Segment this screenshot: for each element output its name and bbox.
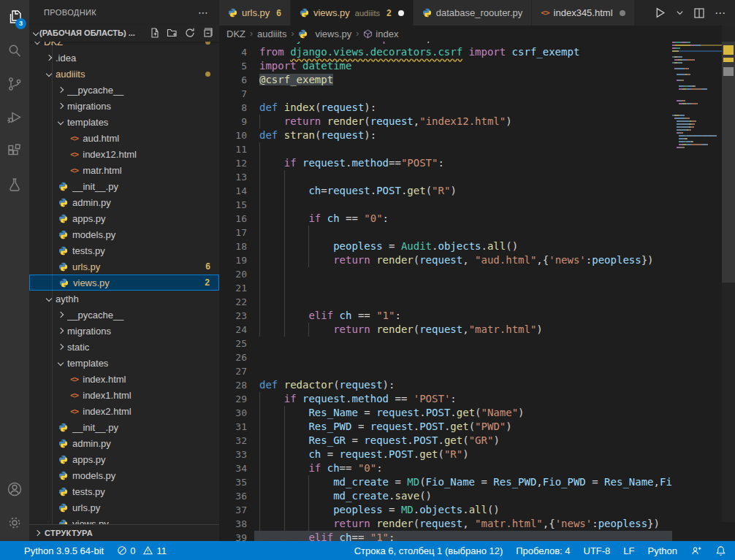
tree-item-templates[interactable]: templates (29, 114, 219, 130)
code-line-39[interactable]: 39 elif ch== "1": (219, 531, 672, 541)
tree-item-dkz[interactable]: DKZ (29, 42, 219, 50)
code-line-8[interactable]: 8def index(request): (219, 101, 672, 115)
code-line-30[interactable]: 30 Res_Name = request.POST.get("Name") (219, 406, 672, 420)
tree-item-index-html[interactable]: <>index.html (29, 371, 219, 387)
tree-item-static[interactable]: static (29, 339, 219, 355)
code-line-22[interactable]: 22 (219, 295, 672, 309)
tree-item-aythh[interactable]: aythh (29, 291, 219, 307)
code-line-33[interactable]: 33 ch = request.POST.get("R") (219, 448, 672, 461)
code-line-11[interactable]: 11 (219, 142, 672, 156)
tree-item-urls-py[interactable]: urls.py6 (29, 258, 219, 275)
code-line-24[interactable]: 24 return render(request,"matr.html") (219, 323, 672, 337)
code-line-29[interactable]: 29 if request.method == 'POST': (219, 392, 672, 406)
tree-item--idea[interactable]: .idea (29, 50, 219, 66)
code-line-17[interactable]: 17 (219, 226, 672, 239)
breadcrumb-item[interactable]: views.py (298, 28, 351, 39)
source-control-icon[interactable] (0, 67, 29, 101)
testing-icon[interactable] (0, 168, 29, 202)
code-line-32[interactable]: 32 Res_GR = request.POST.get("GR") (219, 434, 672, 448)
tab-index345-html[interactable]: <> index345.html (532, 0, 634, 26)
tab-database-roouter-py[interactable]: database_roouter.py (414, 0, 533, 26)
code-line-9[interactable]: 9 return render(request,"index12.html") (219, 115, 672, 129)
code-line-7[interactable]: 7 (219, 87, 672, 101)
run-button[interactable] (654, 7, 666, 19)
tree-item--pycache-[interactable]: __pycache__ (29, 307, 219, 323)
new-file-icon[interactable] (149, 27, 161, 39)
code-line-31[interactable]: 31 Res_PWD = request.POST.get("PWD") (219, 420, 672, 434)
language-mode-status[interactable]: Python (648, 545, 677, 556)
tab-urls-py[interactable]: urls.py 6 (219, 0, 291, 26)
collapse-all-icon[interactable] (202, 27, 213, 39)
python-interpreter-status[interactable]: Python 3.9.5 64-bit (24, 545, 104, 556)
breadcrumb-item[interactable]: audiiits (257, 28, 286, 39)
extensions-icon[interactable] (0, 134, 29, 168)
code-line-35[interactable]: 35 md_create = MD(Fio_Name = Res_PWD,Fio… (219, 475, 672, 489)
more-actions-icon[interactable]: ⋯ (715, 7, 726, 20)
code-line-6[interactable]: 6@csrf_exempt (219, 73, 672, 87)
code-line-4[interactable]: 4from django.views.decorators.csrf impor… (219, 45, 672, 59)
code-line-5[interactable]: 5import datetime (219, 59, 672, 73)
code-area[interactable]: 3from aythh.models import MD,Audit4from … (219, 42, 735, 541)
code-line-10[interactable]: 10def stran(request): (219, 129, 672, 142)
settings-gear-icon[interactable] (0, 506, 29, 540)
problems-status[interactable]: 0 11 (117, 545, 167, 556)
eol-status[interactable]: LF (623, 545, 634, 556)
tree-item-models-py[interactable]: models.py (29, 467, 219, 483)
tree-item-migrations[interactable]: migrations (29, 98, 219, 114)
search-icon[interactable] (0, 34, 29, 67)
scrollbar-thumb[interactable] (722, 42, 735, 283)
new-folder-icon[interactable] (167, 27, 178, 39)
tree-item-index12-html[interactable]: <>index12.html (29, 146, 219, 162)
encoding-status[interactable]: UTF-8 (584, 545, 611, 556)
workspace-section-header[interactable]: (РАБОЧАЯ ОБЛАСТЬ) ... (29, 24, 219, 42)
tree-item--init-py[interactable]: __init__.py (29, 419, 219, 435)
tree-item-tests-py[interactable]: tests.py (29, 242, 219, 258)
explorer-icon[interactable]: 3 (0, 0, 29, 34)
code-line-12[interactable]: 12 if request.method=="POST": (219, 156, 672, 170)
code-line-18[interactable]: 18 peopless = Audit.objects.all() (219, 239, 672, 253)
code-line-20[interactable]: 20 (219, 267, 672, 281)
unsaved-dot-icon[interactable] (398, 10, 404, 16)
refresh-icon[interactable] (184, 27, 196, 39)
code-line-14[interactable]: 14 ch=request.POST.get("R") (219, 184, 672, 198)
code-line-37[interactable]: 37 peopless = MD.objects.all() (219, 503, 672, 517)
code-line-36[interactable]: 36 md_create.save() (219, 489, 672, 503)
tree-item-aud-html[interactable]: <>aud.html (29, 130, 219, 146)
code-line-16[interactable]: 16 if ch == "0": (219, 212, 672, 226)
tree-item-apps-py[interactable]: apps.py (29, 451, 219, 467)
code-line-21[interactable]: 21 (219, 281, 672, 295)
tree-item-audiiits[interactable]: audiiits (29, 66, 219, 82)
code-line-13[interactable]: 13 (219, 170, 672, 184)
code-line-25[interactable]: 25 (219, 337, 672, 350)
overview-ruler-scrollbar[interactable] (722, 26, 735, 522)
breadcrumb-item[interactable]: index (363, 28, 398, 39)
tree-item-urls-py[interactable]: urls.py (29, 499, 219, 515)
feedback-icon[interactable] (690, 545, 702, 556)
tree-item-tests-py[interactable]: tests.py (29, 483, 219, 499)
code-line-28[interactable]: 28def redactor(request): (219, 378, 672, 392)
tree-item-index1-html[interactable]: <>index1.html (29, 387, 219, 403)
outline-section-header[interactable]: СТРУКТУРА (29, 524, 219, 541)
run-debug-icon[interactable] (0, 101, 29, 134)
run-dropdown-icon[interactable] (676, 9, 684, 17)
account-icon[interactable] (0, 472, 29, 506)
tree-item-matr-html[interactable]: <>matr.html (29, 162, 219, 178)
tree-item-apps-py[interactable]: apps.py (29, 210, 219, 226)
code-line-23[interactable]: 23 elif ch == "1": (219, 309, 672, 323)
tree-item-admin-py[interactable]: admin.py (29, 194, 219, 210)
code-line-34[interactable]: 34 if ch== "0": (219, 461, 672, 475)
tree-item-admin-py[interactable]: admin.py (29, 435, 219, 451)
breadcrumb-item[interactable]: DKZ (226, 28, 245, 39)
cursor-position-status[interactable]: Строка 6, столбец 1 (выбрано 12) (354, 545, 503, 556)
tree-item--init-py[interactable]: __init__.py (29, 178, 219, 194)
tree-item-templates[interactable]: templates (29, 355, 219, 371)
explorer-more-icon[interactable]: ⋯ (198, 7, 209, 18)
code-line-26[interactable]: 26 (219, 350, 672, 364)
code-line-38[interactable]: 38 return render(request, "matr.html",{'… (219, 517, 672, 531)
tree-item-models-py[interactable]: models.py (29, 226, 219, 242)
indentation-status[interactable]: Пробелов: 4 (516, 545, 570, 556)
tab-views-py[interactable]: views.py audiiits 2 (291, 0, 414, 26)
code-line-15[interactable]: 15 (219, 198, 672, 212)
unsaved-dot-icon[interactable] (620, 10, 625, 16)
tree-item-index2-html[interactable]: <>index2.html (29, 403, 219, 419)
